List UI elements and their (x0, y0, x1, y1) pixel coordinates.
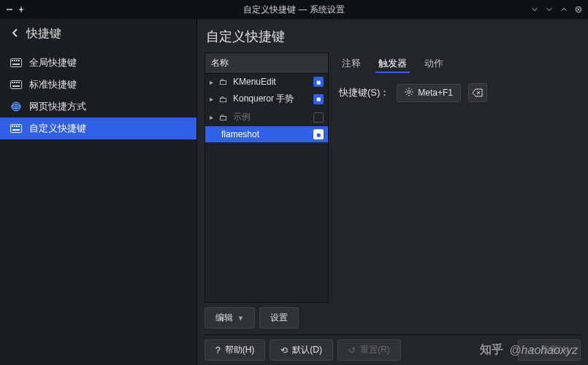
tree-item-label: flameshot (221, 129, 310, 139)
sidebar-item-label: 全局快捷键 (29, 56, 77, 69)
tree-row-example[interactable]: ▸ 🗀 示例 (205, 108, 328, 126)
svg-rect-4 (14, 60, 15, 61)
svg-rect-9 (12, 82, 13, 83)
svg-rect-12 (18, 82, 20, 83)
tree-item-label: KMenuEdit (233, 77, 310, 87)
maximize-down-icon[interactable] (546, 6, 553, 13)
tree-row-flameshot[interactable]: flameshot ■ (205, 126, 328, 142)
web-icon (10, 101, 22, 112)
trigger-field: 快捷键(S)： Meta+F1 (337, 79, 581, 107)
shortcut-value: Meta+F1 (418, 88, 453, 98)
tree-body: ▸ 🗀 KMenuEdit ■ ▸ 🗀 Konqueror 手势 ■ (205, 74, 328, 302)
undo-icon: ↺ (348, 345, 356, 356)
minimize-icon[interactable] (531, 6, 538, 13)
edit-button[interactable]: 编辑 ▼ (205, 307, 255, 328)
window-title: 自定义快捷键 — 系统设置 (0, 4, 588, 16)
svg-rect-20 (18, 126, 20, 127)
gear-icon (405, 88, 413, 99)
close-icon[interactable] (575, 6, 582, 13)
settings-button[interactable]: 设置 (259, 307, 299, 328)
expand-icon[interactable]: ▸ (210, 113, 215, 121)
svg-rect-17 (12, 126, 13, 127)
edit-button-label: 编辑 (215, 312, 233, 324)
right-panel: 注释 触发器 动作 快捷键(S)： Meta+F1 (337, 53, 581, 331)
sidebar-item-web[interactable]: 网页快捷方式 (0, 96, 196, 118)
checkbox[interactable]: ■ (313, 77, 324, 87)
tab-trigger[interactable]: 触发器 (375, 55, 410, 73)
defaults-button[interactable]: ⟲ 默认(D) (270, 339, 333, 361)
tree-item-label: Konqueror 手势 (233, 93, 310, 105)
checkbox[interactable]: ■ (313, 129, 324, 139)
tree-item-label: 示例 (233, 111, 310, 123)
apply-button[interactable]: ✓ 应用(A) (518, 339, 581, 361)
keyboard-icon (10, 79, 22, 91)
sidebar-title: 快捷键 (26, 26, 61, 42)
help-icon: ? (215, 345, 221, 356)
sidebar-item-label: 标准快捷键 (29, 78, 77, 91)
svg-rect-3 (12, 60, 13, 61)
folder-icon: 🗀 (219, 77, 229, 87)
checkbox[interactable]: ■ (313, 94, 324, 104)
apply-button-label: 应用(A) (541, 344, 570, 356)
sidebar-item-global[interactable]: 全局快捷键 (0, 52, 196, 74)
page-title: 自定义快捷键 (206, 28, 581, 45)
help-button[interactable]: ? 帮助(H) (205, 339, 265, 361)
tab-action[interactable]: 动作 (421, 55, 446, 73)
tree-header[interactable]: 名称 (205, 53, 328, 74)
svg-rect-19 (16, 126, 18, 127)
clear-shortcut-button[interactable] (468, 83, 487, 102)
tabs: 注释 触发器 动作 (337, 53, 581, 79)
sidebar-item-custom[interactable]: 自定义快捷键 (0, 118, 196, 139)
tree-row-konqueror[interactable]: ▸ 🗀 Konqueror 手势 ■ (205, 90, 328, 108)
shortcut-field-label: 快捷键(S)： (339, 86, 389, 99)
sidebar-list: 全局快捷键 标准快捷键 网页快捷方式 自定义快捷键 (0, 52, 196, 139)
sidebar-item-label: 网页快捷方式 (29, 100, 86, 113)
svg-rect-11 (16, 82, 18, 83)
tree-panel: 名称 ▸ 🗀 KMenuEdit ■ ▸ 🗀 Konqueror 手势 (205, 53, 329, 303)
svg-rect-18 (14, 126, 15, 127)
svg-rect-6 (18, 60, 20, 61)
tree-row-kmenuedit[interactable]: ▸ 🗀 KMenuEdit ■ (205, 74, 328, 90)
chevron-down-icon: ▼ (237, 315, 244, 322)
svg-rect-21 (12, 129, 20, 131)
folder-icon: 🗀 (219, 94, 229, 104)
sidebar: 快捷键 全局快捷键 标准快捷键 网页快捷方式 (0, 19, 197, 365)
settings-button-label: 设置 (270, 312, 288, 324)
tab-comment[interactable]: 注释 (339, 55, 364, 73)
svg-rect-13 (12, 85, 20, 87)
keyboard-icon (10, 123, 22, 134)
help-button-label: 帮助(H) (225, 344, 255, 356)
pin-icon[interactable] (18, 6, 25, 13)
folder-icon: 🗀 (219, 112, 229, 123)
tree-footer: 编辑 ▼ 设置 (205, 303, 329, 331)
svg-point-22 (408, 91, 411, 93)
sidebar-item-standard[interactable]: 标准快捷键 (0, 74, 196, 96)
content: 自定义快捷键 名称 ▸ 🗀 KMenuEdit ■ ▸ 🗀 (197, 19, 588, 365)
titlebar: 自定义快捷键 — 系统设置 (0, 0, 588, 19)
svg-rect-0 (7, 9, 12, 10)
svg-rect-10 (14, 82, 15, 83)
reset-button[interactable]: ↺ 重置(R) (337, 339, 401, 361)
svg-rect-7 (12, 64, 20, 65)
svg-rect-5 (16, 60, 18, 61)
reset-button-label: 重置(R) (360, 344, 390, 356)
shortcut-button[interactable]: Meta+F1 (397, 84, 461, 102)
back-arrow-icon[interactable] (10, 28, 20, 41)
expand-icon[interactable]: ▸ (210, 95, 215, 103)
defaults-button-label: 默认(D) (292, 344, 322, 356)
sidebar-header: 快捷键 (0, 19, 196, 52)
app-menu-icon[interactable] (6, 6, 13, 13)
revert-icon: ⟲ (280, 345, 288, 356)
expand-icon[interactable]: ▸ (210, 78, 215, 86)
bottom-bar: ? 帮助(H) ⟲ 默认(D) ↺ 重置(R) ✓ 应用(A) (205, 334, 581, 361)
checkbox[interactable] (313, 112, 324, 123)
check-icon: ✓ (529, 345, 536, 356)
maximize-up-icon[interactable] (560, 6, 568, 13)
keyboard-icon (10, 57, 22, 69)
sidebar-item-label: 自定义快捷键 (29, 122, 86, 135)
